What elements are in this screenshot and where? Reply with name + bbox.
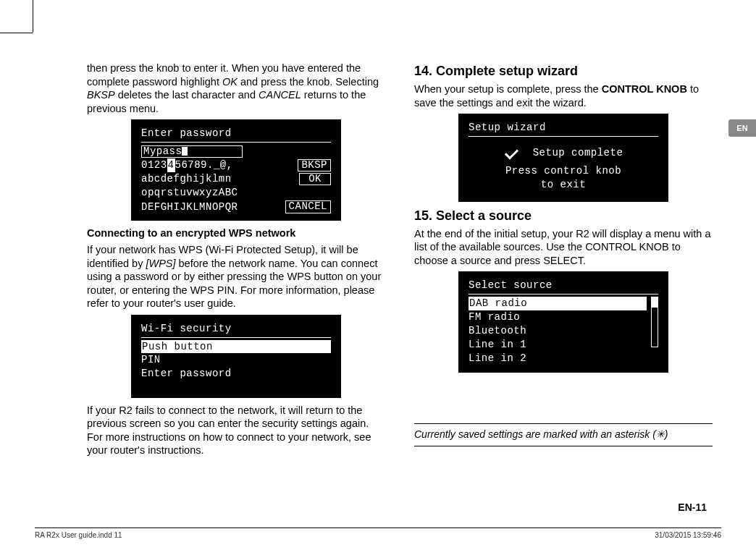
language-tab: EN (728, 119, 756, 137)
list-item: PIN (141, 353, 331, 367)
list-item: FM radio (469, 310, 647, 324)
heading-14: 14. Complete setup wizard (414, 63, 713, 80)
screen-wifi-security: Wi-Fi security Push button PIN Enter pas… (131, 315, 341, 398)
screen-title: Select source (469, 279, 658, 295)
page-content: then press the knob to enter it. When yo… (87, 62, 713, 526)
para-14: When your setup is complete, press the C… (414, 82, 713, 109)
list-item: DAB radio (469, 297, 647, 310)
screen-select-source: Select source DAB radio FM radio Bluetoo… (458, 271, 668, 372)
page-number: EN-11 (678, 501, 707, 513)
screen-title: Wi-Fi security (141, 322, 331, 338)
screen-setup-wizard: Setup wizard Setup complete Press contro… (458, 114, 668, 202)
footer: RA R2x User guide.indd 11 31/03/2015 13:… (35, 528, 721, 539)
list-item: Push button (141, 340, 331, 354)
list-item: Enter password (141, 367, 331, 381)
para-wps: If your network has WPS (Wi-Fi Protected… (87, 243, 385, 310)
bksp-button: BKSP (298, 159, 331, 171)
list-item: Line in 2 (469, 352, 647, 365)
footnote: Currently saved settings are marked with… (414, 423, 713, 446)
scrollbar (651, 297, 658, 347)
para-15: At the end of the initial setup, your R2… (414, 227, 713, 268)
subhead-wps: Connecting to an encrypted WPS network (87, 226, 385, 240)
screen-title: Setup wizard (469, 121, 658, 137)
footer-timestamp: 31/03/2015 13:59:46 (655, 531, 721, 539)
list-item: Bluetooth (469, 324, 647, 338)
footer-file: RA R2x User guide.indd 11 (35, 531, 122, 539)
screen-title: Enter password (141, 127, 331, 143)
right-column: 14. Complete setup wizard When your setu… (414, 62, 713, 526)
list-item: Line in 1 (469, 338, 647, 352)
left-column: then press the knob to enter it. When yo… (87, 62, 385, 526)
para-connect-fail: If your R2 fails to connect to the netwo… (87, 404, 385, 457)
check-icon (504, 148, 520, 158)
para-password-entry: then press the knob to enter it. When yo… (87, 62, 385, 115)
asterisk-icon: ✳ (656, 428, 665, 440)
ok-button: OK (299, 173, 331, 185)
screen-enter-password: Enter password Mypass 0123456789._@, BKS… (131, 119, 341, 221)
heading-15: 15. Select a source (414, 208, 713, 224)
cancel-button: CANCEL (285, 200, 331, 213)
